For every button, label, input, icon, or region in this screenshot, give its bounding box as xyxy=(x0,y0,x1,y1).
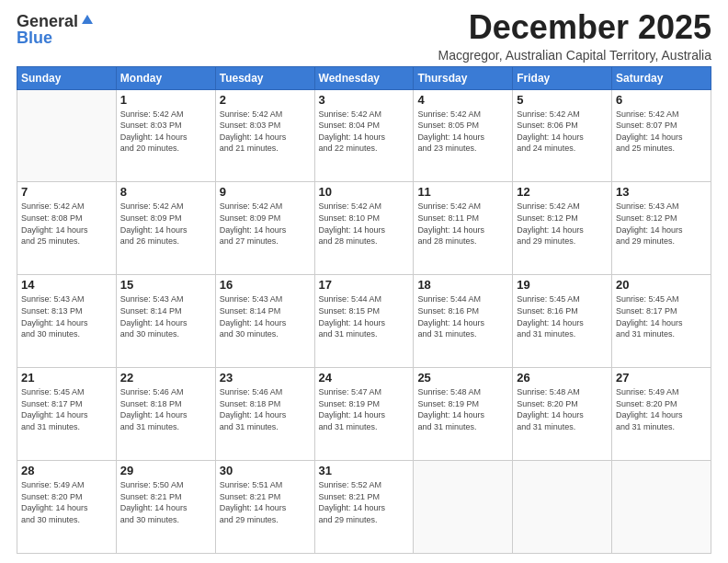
table-row: 18Sunrise: 5:44 AMSunset: 8:16 PMDayligh… xyxy=(414,275,513,368)
table-row: 19Sunrise: 5:45 AMSunset: 8:16 PMDayligh… xyxy=(513,275,612,368)
table-row: 11Sunrise: 5:42 AMSunset: 8:11 PMDayligh… xyxy=(414,182,513,275)
day-info: Sunrise: 5:43 AMSunset: 8:14 PMDaylight:… xyxy=(220,293,311,339)
day-info: Sunrise: 5:45 AMSunset: 8:16 PMDaylight:… xyxy=(517,293,608,339)
calendar-header-row: Sunday Monday Tuesday Wednesday Thursday… xyxy=(17,66,711,89)
day-number: 28 xyxy=(21,464,112,477)
day-info: Sunrise: 5:42 AMSunset: 8:08 PMDaylight:… xyxy=(21,201,112,247)
day-number: 6 xyxy=(616,93,707,107)
table-row: 16Sunrise: 5:43 AMSunset: 8:14 PMDayligh… xyxy=(215,275,314,368)
table-row: 5Sunrise: 5:42 AMSunset: 8:06 PMDaylight… xyxy=(513,89,612,182)
table-row: 27Sunrise: 5:49 AMSunset: 8:20 PMDayligh… xyxy=(612,368,711,461)
table-row xyxy=(513,461,612,554)
day-info: Sunrise: 5:42 AMSunset: 8:10 PMDaylight:… xyxy=(319,201,410,247)
day-number: 10 xyxy=(319,185,410,199)
day-info: Sunrise: 5:44 AMSunset: 8:16 PMDaylight:… xyxy=(417,293,508,339)
day-number: 16 xyxy=(220,278,311,292)
col-monday: Monday xyxy=(116,66,215,89)
logo: General Blue xyxy=(17,13,95,46)
day-info: Sunrise: 5:46 AMSunset: 8:18 PMDaylight:… xyxy=(120,386,211,432)
header: General Blue December 2025 Macgregor, Au… xyxy=(17,9,711,63)
day-info: Sunrise: 5:45 AMSunset: 8:17 PMDaylight:… xyxy=(21,386,112,432)
calendar-week-row: 7Sunrise: 5:42 AMSunset: 8:08 PMDaylight… xyxy=(17,182,711,275)
day-number: 9 xyxy=(220,185,311,199)
day-number: 25 xyxy=(417,371,508,385)
table-row: 6Sunrise: 5:42 AMSunset: 8:07 PMDaylight… xyxy=(612,89,711,182)
page: General Blue December 2025 Macgregor, Au… xyxy=(0,0,728,563)
day-number: 1 xyxy=(120,93,211,107)
day-number: 27 xyxy=(616,371,707,385)
table-row: 4Sunrise: 5:42 AMSunset: 8:05 PMDaylight… xyxy=(414,89,513,182)
table-row: 28Sunrise: 5:49 AMSunset: 8:20 PMDayligh… xyxy=(17,461,117,554)
day-number: 4 xyxy=(417,93,508,107)
table-row: 21Sunrise: 5:45 AMSunset: 8:17 PMDayligh… xyxy=(17,368,117,461)
table-row xyxy=(17,89,117,182)
table-row: 2Sunrise: 5:42 AMSunset: 8:03 PMDaylight… xyxy=(215,89,314,182)
day-number: 26 xyxy=(517,371,608,385)
calendar-week-row: 14Sunrise: 5:43 AMSunset: 8:13 PMDayligh… xyxy=(17,275,711,368)
col-wednesday: Wednesday xyxy=(314,66,414,89)
table-row: 20Sunrise: 5:45 AMSunset: 8:17 PMDayligh… xyxy=(612,275,711,368)
day-info: Sunrise: 5:50 AMSunset: 8:21 PMDaylight:… xyxy=(120,479,211,525)
table-row: 25Sunrise: 5:48 AMSunset: 8:19 PMDayligh… xyxy=(414,368,513,461)
day-info: Sunrise: 5:42 AMSunset: 8:06 PMDaylight:… xyxy=(517,109,608,155)
day-number: 24 xyxy=(319,371,410,385)
logo-blue-text: Blue xyxy=(17,29,52,46)
day-number: 14 xyxy=(21,278,112,292)
col-sunday: Sunday xyxy=(17,66,117,89)
day-info: Sunrise: 5:47 AMSunset: 8:19 PMDaylight:… xyxy=(319,386,410,432)
calendar-week-row: 28Sunrise: 5:49 AMSunset: 8:20 PMDayligh… xyxy=(17,461,711,554)
day-number: 22 xyxy=(120,371,211,385)
day-info: Sunrise: 5:52 AMSunset: 8:21 PMDaylight:… xyxy=(319,479,410,525)
table-row: 12Sunrise: 5:42 AMSunset: 8:12 PMDayligh… xyxy=(513,182,612,275)
table-row: 13Sunrise: 5:43 AMSunset: 8:12 PMDayligh… xyxy=(612,182,711,275)
day-number: 31 xyxy=(319,464,410,477)
day-number: 19 xyxy=(517,278,608,292)
calendar-week-row: 1Sunrise: 5:42 AMSunset: 8:03 PMDaylight… xyxy=(17,89,711,182)
day-number: 17 xyxy=(319,278,410,292)
day-info: Sunrise: 5:45 AMSunset: 8:17 PMDaylight:… xyxy=(616,293,707,339)
day-number: 11 xyxy=(417,185,508,199)
svg-marker-0 xyxy=(82,15,93,24)
day-number: 18 xyxy=(417,278,508,292)
day-number: 12 xyxy=(517,185,608,199)
table-row: 8Sunrise: 5:42 AMSunset: 8:09 PMDaylight… xyxy=(116,182,215,275)
col-saturday: Saturday xyxy=(612,66,711,89)
col-friday: Friday xyxy=(513,66,612,89)
day-info: Sunrise: 5:42 AMSunset: 8:12 PMDaylight:… xyxy=(517,201,608,247)
table-row: 9Sunrise: 5:42 AMSunset: 8:09 PMDaylight… xyxy=(215,182,314,275)
table-row: 14Sunrise: 5:43 AMSunset: 8:13 PMDayligh… xyxy=(17,275,117,368)
logo-icon xyxy=(80,13,95,28)
day-number: 30 xyxy=(220,464,311,477)
title-block: December 2025 Macgregor, Australian Capi… xyxy=(438,9,711,63)
day-info: Sunrise: 5:49 AMSunset: 8:20 PMDaylight:… xyxy=(21,479,112,525)
table-row: 17Sunrise: 5:44 AMSunset: 8:15 PMDayligh… xyxy=(314,275,414,368)
day-number: 23 xyxy=(220,371,311,385)
day-info: Sunrise: 5:42 AMSunset: 8:11 PMDaylight:… xyxy=(417,201,508,247)
table-row: 24Sunrise: 5:47 AMSunset: 8:19 PMDayligh… xyxy=(314,368,414,461)
table-row: 3Sunrise: 5:42 AMSunset: 8:04 PMDaylight… xyxy=(314,89,414,182)
col-tuesday: Tuesday xyxy=(215,66,314,89)
calendar-table: Sunday Monday Tuesday Wednesday Thursday… xyxy=(17,66,711,554)
day-info: Sunrise: 5:48 AMSunset: 8:19 PMDaylight:… xyxy=(417,386,508,432)
table-row: 31Sunrise: 5:52 AMSunset: 8:21 PMDayligh… xyxy=(314,461,414,554)
day-number: 20 xyxy=(616,278,707,292)
day-info: Sunrise: 5:42 AMSunset: 8:09 PMDaylight:… xyxy=(220,201,311,247)
day-info: Sunrise: 5:42 AMSunset: 8:03 PMDaylight:… xyxy=(220,109,311,155)
table-row xyxy=(612,461,711,554)
day-info: Sunrise: 5:43 AMSunset: 8:12 PMDaylight:… xyxy=(616,201,707,247)
day-info: Sunrise: 5:43 AMSunset: 8:14 PMDaylight:… xyxy=(120,293,211,339)
month-title: December 2025 xyxy=(438,9,711,46)
col-thursday: Thursday xyxy=(414,66,513,89)
day-info: Sunrise: 5:43 AMSunset: 8:13 PMDaylight:… xyxy=(21,293,112,339)
day-info: Sunrise: 5:42 AMSunset: 8:07 PMDaylight:… xyxy=(616,109,707,155)
day-number: 5 xyxy=(517,93,608,107)
day-info: Sunrise: 5:46 AMSunset: 8:18 PMDaylight:… xyxy=(220,386,311,432)
day-info: Sunrise: 5:42 AMSunset: 8:03 PMDaylight:… xyxy=(120,109,211,155)
day-number: 29 xyxy=(120,464,211,477)
table-row: 7Sunrise: 5:42 AMSunset: 8:08 PMDaylight… xyxy=(17,182,117,275)
day-info: Sunrise: 5:44 AMSunset: 8:15 PMDaylight:… xyxy=(319,293,410,339)
table-row xyxy=(414,461,513,554)
day-info: Sunrise: 5:42 AMSunset: 8:05 PMDaylight:… xyxy=(417,109,508,155)
day-number: 8 xyxy=(120,185,211,199)
table-row: 22Sunrise: 5:46 AMSunset: 8:18 PMDayligh… xyxy=(116,368,215,461)
